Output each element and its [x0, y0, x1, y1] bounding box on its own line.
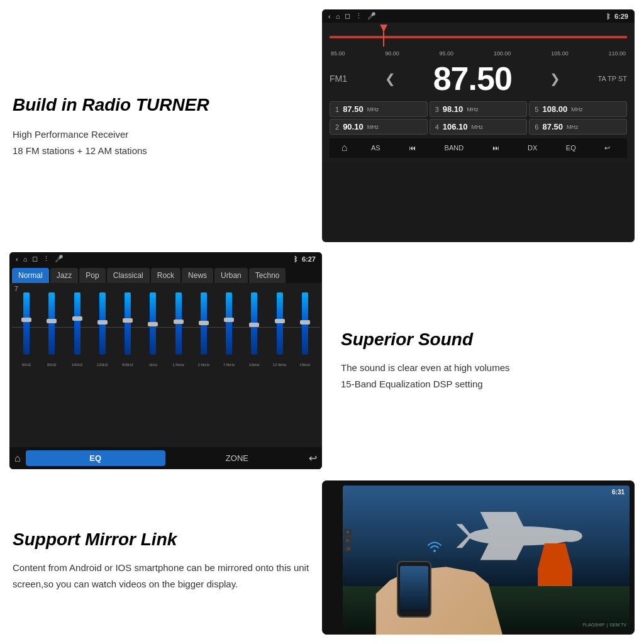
tuner-controls: ⌂ AS ⏮ BAND ⏭ DX EQ ↩ [330, 138, 627, 158]
freq-num-3: 95.00 [440, 50, 454, 57]
tuner-eq-btn[interactable]: EQ [561, 142, 581, 154]
eq-eq-btn[interactable]: EQ [26, 450, 165, 466]
eq-tab-jazz[interactable]: Jazz [50, 268, 79, 283]
eq-level-labels: 7 [12, 286, 319, 292]
eq-freq-12_5khz: 12.5kHz [268, 363, 292, 367]
tuner-band-btn[interactable]: BAND [440, 142, 469, 154]
svg-marker-3 [456, 524, 472, 536]
sound-desc2: 15-Band Equalization DSP setting [341, 376, 631, 392]
preset-unit-5: MHz [571, 106, 583, 113]
brand1: FLAGSHIP [583, 623, 605, 627]
preset-num-5: 5 [535, 106, 538, 113]
eq-freq-15khz: 15kHz [293, 363, 317, 367]
eq-status-right: ᛒ 6:27 [294, 255, 316, 263]
mirror-title: Support Mirror Link [13, 530, 309, 550]
eq-home-icon[interactable]: ⌂ [23, 255, 28, 263]
back-icon[interactable]: ‹ [328, 13, 331, 20]
freq-num-2: 90.00 [385, 50, 399, 57]
preset-unit-2: MHz [367, 124, 379, 130]
sound-section-text: Superior Sound The sound is clear even a… [322, 247, 644, 474]
tuner-frequency: 87.50 [433, 60, 512, 97]
mirror-desc: Content from Android or IOS smartphone c… [13, 560, 309, 592]
radio-section-text: Build in Radio TURNER High Performance R… [0, 0, 322, 247]
radio-time: 6:29 [614, 13, 628, 20]
eq-freq-120hz: 120HZ [91, 363, 114, 367]
sound-title: Superior Sound [341, 330, 631, 350]
svg-point-5 [558, 530, 582, 542]
eq-fader-1[interactable] [14, 292, 38, 362]
arrow-right-btn[interactable]: ❯ [550, 71, 560, 86]
eq-tab-pop[interactable]: Pop [79, 268, 105, 283]
eq-tabs: Normal Jazz Pop Classical Rock News Urba… [9, 265, 322, 283]
preset-3[interactable]: 3 98.10 MHz [430, 101, 528, 117]
wifi-svg [425, 537, 444, 556]
tuner-body: 85.00 90.00 95.00 100.00 105.00 110.00 F… [322, 23, 635, 163]
phone-device [397, 561, 431, 618]
eq-fader-2[interactable] [40, 292, 64, 362]
mirror-section-text: Support Mirror Link Content from Android… [0, 474, 322, 644]
preset-1[interactable]: 1 87.50 MHz [330, 101, 428, 117]
preset-2[interactable]: 2 90.10 MHz [330, 119, 428, 135]
eq-tab-rock[interactable]: Rock [151, 268, 180, 283]
preset-unit-1: MHz [367, 106, 379, 113]
freq-num-6: 110.00 [608, 50, 626, 57]
freq-num-4: 100.00 [494, 50, 511, 57]
eq-level-7: 7 [14, 286, 18, 292]
brand2: GEM TV [609, 623, 626, 627]
svg-marker-4 [456, 536, 472, 548]
preset-freq-5: 108.00 [542, 104, 567, 114]
eq-tab-urban[interactable]: Urban [214, 268, 248, 283]
radio-screen: ‹ ⌂ ◻ ⋮ 🎤 ᛒ 6:29 85.00 90.00 95.00 1 [322, 9, 635, 242]
tuner-home-btn[interactable]: ⌂ [341, 142, 348, 154]
hand-graphic [369, 567, 510, 635]
eq-bottom-home-btn[interactable]: ⌂ [14, 453, 21, 464]
tuner-back-btn[interactable]: ↩ [599, 142, 615, 154]
side-btn-3[interactable]: ◁ [344, 545, 352, 552]
eq-tab-techno[interactable]: Techno [249, 268, 286, 283]
tuner-next-btn[interactable]: ⏭ [487, 142, 504, 154]
preset-freq-3: 98.10 [443, 104, 464, 114]
eq-screen: ‹ ⌂ ◻ ⋮ 🎤 ᛒ 6:27 Normal Jazz Pop Classic… [9, 252, 322, 469]
freq-numbers: 85.00 90.00 95.00 100.00 105.00 110.00 [330, 50, 627, 57]
tuner-main: FM1 ❮ 87.50 ❯ TA TP ST [330, 60, 627, 97]
side-btn-1[interactable]: ≡ [344, 529, 352, 535]
tuner-as-btn[interactable]: AS [366, 142, 386, 154]
preset-5[interactable]: 5 108.00 MHz [529, 101, 627, 117]
eq-back-btn[interactable]: ↩ [309, 452, 317, 464]
preset-6[interactable]: 6 87.50 MHz [529, 119, 627, 135]
eq-time: 6:27 [302, 255, 316, 263]
phone-screen-display [400, 566, 428, 611]
radio-status-right: ᛒ 6:29 [606, 13, 628, 20]
eq-tab-normal[interactable]: Normal [12, 268, 49, 283]
square-icon[interactable]: ◻ [345, 12, 350, 20]
phone-screen-content [400, 566, 428, 611]
tuner-prev-btn[interactable]: ⏮ [404, 142, 421, 154]
eq-freq-500hz: 500HZ [116, 363, 140, 367]
tuner-dx-btn[interactable]: DX [523, 142, 542, 154]
preset-unit-4: MHz [472, 124, 484, 130]
preset-num-6: 6 [535, 123, 538, 131]
page: Build in Radio TURNER High Performance R… [0, 0, 644, 644]
preset-freq-1: 87.50 [343, 104, 364, 114]
eq-body: 7 [9, 283, 322, 447]
tuner-ta-tp-st: TA TP ST [598, 75, 627, 82]
eq-dots-icon[interactable]: ⋮ [43, 255, 50, 263]
home-icon[interactable]: ⌂ [336, 13, 340, 20]
eq-tab-news[interactable]: News [182, 268, 213, 283]
car-side-buttons[interactable]: ≡ ▷ ◁ [344, 529, 352, 552]
mirror-screen-container: 6:31 ≡ ▷ ◁ FLAGSHIP | GEM TV [322, 480, 635, 635]
eq-square-icon[interactable]: ◻ [32, 255, 38, 263]
dots-icon[interactable]: ⋮ [355, 12, 362, 20]
arrow-left-btn[interactable]: ❮ [385, 71, 396, 86]
eq-zone-btn[interactable]: ZONE [170, 453, 304, 463]
eq-back-icon[interactable]: ‹ [16, 255, 18, 263]
preset-4[interactable]: 4 106.10 MHz [430, 119, 528, 135]
radio-desc1: High Performance Receiver [13, 126, 309, 143]
preset-freq-4: 106.10 [443, 122, 468, 131]
eq-tab-classical[interactable]: Classical [107, 268, 150, 283]
sound-desc1: The sound is clear even at high volumes [341, 360, 631, 376]
eq-faders-container [12, 292, 319, 362]
car-screen-time: 6:31 [612, 489, 625, 496]
side-btn-2[interactable]: ▷ [344, 537, 352, 543]
preset-num-1: 1 [335, 106, 339, 113]
